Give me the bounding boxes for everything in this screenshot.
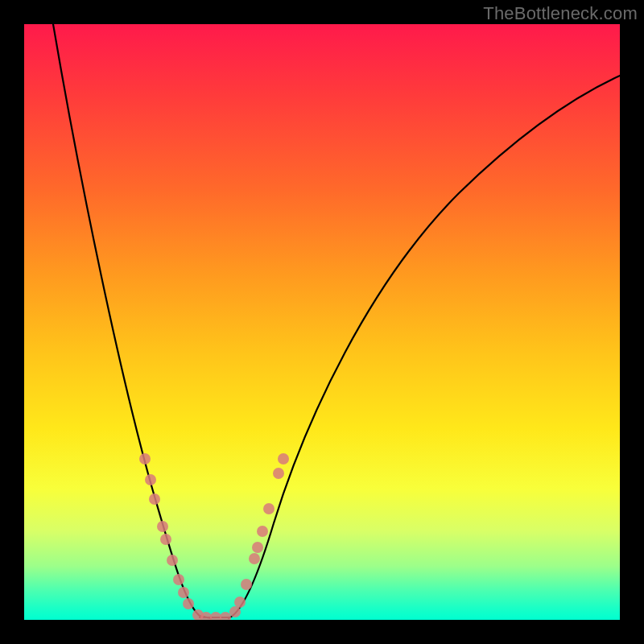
data-dot <box>178 587 189 598</box>
data-dot <box>173 574 184 585</box>
data-dot <box>149 493 160 505</box>
data-dot <box>145 474 156 485</box>
data-dot <box>263 503 275 514</box>
watermark-text: TheBottleneck.com <box>483 3 638 24</box>
data-dot <box>273 468 284 479</box>
data-dot <box>234 597 246 608</box>
data-dot <box>252 542 263 553</box>
data-dot <box>229 606 241 617</box>
data-dot <box>157 521 168 532</box>
data-dot <box>139 453 151 464</box>
data-dot <box>220 612 231 620</box>
data-dot <box>241 579 252 590</box>
data-dot <box>278 453 289 464</box>
dots-group <box>139 453 289 620</box>
data-dot <box>257 526 268 537</box>
curve-svg <box>24 24 620 620</box>
data-dot <box>210 612 221 620</box>
plot-area <box>24 24 620 620</box>
chart-frame: TheBottleneck.com <box>0 0 644 644</box>
data-dot <box>249 553 260 564</box>
left-curve <box>53 24 211 618</box>
data-dot <box>160 534 171 545</box>
data-dot <box>183 598 194 609</box>
data-dot <box>167 555 178 566</box>
right-curve <box>229 76 620 618</box>
